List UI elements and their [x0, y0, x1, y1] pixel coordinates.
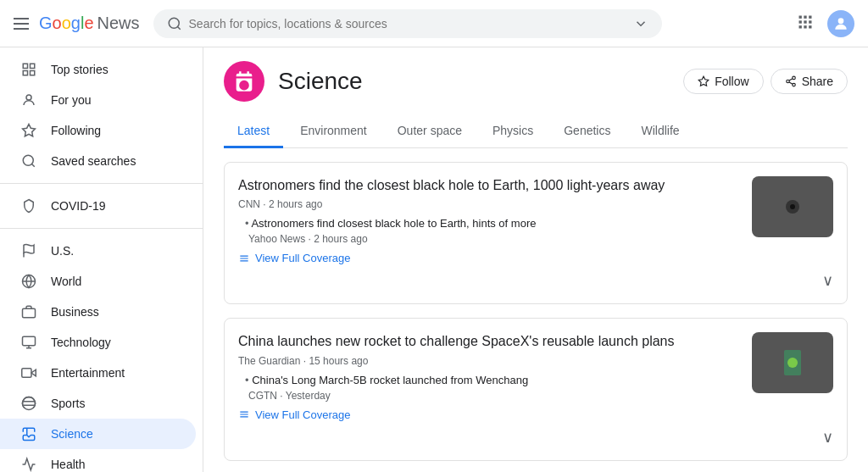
- svg-rect-8: [799, 25, 802, 28]
- sidebar-divider: [0, 183, 203, 184]
- news-source-2: The Guardian · 15 hours ago: [238, 355, 742, 367]
- tab-wildlife[interactable]: Wildlife: [627, 115, 693, 148]
- sidebar-item-label: Health: [51, 458, 85, 471]
- section-actions: Follow Share: [683, 69, 848, 94]
- user-avatar[interactable]: [827, 10, 854, 37]
- news-headline[interactable]: Astronomers find the closest black hole …: [238, 176, 742, 195]
- tab-physics[interactable]: Physics: [479, 115, 547, 148]
- entertainment-icon: [20, 364, 37, 381]
- svg-point-31: [792, 76, 795, 80]
- svg-rect-23: [23, 308, 36, 318]
- sidebar-divider-2: [0, 228, 203, 229]
- sidebar-item-label: For you: [51, 93, 91, 107]
- hamburger-menu-button[interactable]: [14, 18, 29, 30]
- sidebar: Top stories For you Following Saved sear…: [0, 47, 203, 472]
- news-card-2: China launches new rocket to challenge S…: [224, 318, 848, 460]
- search-dropdown-icon[interactable]: [633, 16, 648, 31]
- logo: Google News: [39, 14, 140, 33]
- share-button[interactable]: Share: [771, 69, 848, 94]
- view-coverage-1[interactable]: View Full Coverage: [238, 252, 742, 264]
- person-icon: [20, 92, 37, 108]
- svg-marker-17: [23, 125, 36, 136]
- technology-icon: [20, 334, 37, 351]
- sidebar-item-label: Science: [51, 427, 93, 441]
- svg-rect-2: [799, 16, 802, 19]
- svg-line-1: [177, 26, 180, 29]
- sidebar-item-label: World: [51, 275, 81, 288]
- search-bar[interactable]: [153, 9, 662, 38]
- svg-point-11: [838, 18, 844, 24]
- sidebar-item-label: Sports: [51, 397, 85, 410]
- sidebar-item-covid19[interactable]: COVID-19: [0, 191, 196, 221]
- svg-line-19: [31, 164, 34, 166]
- svg-rect-9: [804, 25, 806, 28]
- content-area: Science Follow Share Latest Environment …: [203, 47, 868, 472]
- topbar: Google News: [0, 0, 868, 47]
- sidebar-item-us[interactable]: U.S.: [0, 236, 196, 266]
- sidebar-item-sports[interactable]: Sports: [0, 388, 196, 419]
- svg-line-34: [789, 82, 793, 84]
- follow-button[interactable]: Follow: [683, 69, 763, 94]
- section-title: Science: [278, 68, 363, 95]
- tab-latest[interactable]: Latest: [224, 115, 283, 148]
- app-name: News: [97, 14, 140, 33]
- expand-icon-1[interactable]: ∨: [822, 271, 833, 290]
- sidebar-item-for-you[interactable]: For you: [0, 85, 196, 115]
- card-footer-1: ∨: [238, 271, 833, 290]
- svg-rect-7: [809, 20, 811, 23]
- svg-rect-6: [804, 20, 806, 23]
- science-icon: [20, 425, 37, 442]
- svg-rect-15: [31, 71, 35, 75]
- news-sub-headline[interactable]: Astronomers find closest black hole to E…: [238, 217, 742, 230]
- home-icon: [20, 61, 37, 78]
- section-header-left: Science: [224, 61, 363, 102]
- sidebar-item-world[interactable]: World: [0, 266, 196, 297]
- sidebar-item-business[interactable]: Business: [0, 297, 196, 327]
- sidebar-item-top-stories[interactable]: Top stories: [0, 54, 196, 85]
- sidebar-item-label: COVID-19: [51, 199, 106, 213]
- svg-rect-10: [809, 25, 811, 28]
- follow-label: Follow: [715, 75, 748, 88]
- sidebar-item-following[interactable]: Following: [0, 115, 196, 146]
- tab-genetics[interactable]: Genetics: [550, 115, 624, 148]
- star-icon: [20, 122, 37, 139]
- sidebar-item-label: Entertainment: [51, 366, 125, 380]
- sidebar-item-science[interactable]: Science: [0, 419, 196, 449]
- expand-icon-2[interactable]: ∨: [822, 428, 833, 447]
- tab-outer-space[interactable]: Outer space: [384, 115, 476, 148]
- sidebar-item-entertainment[interactable]: Entertainment: [0, 358, 196, 388]
- flag-icon: [20, 242, 37, 259]
- svg-rect-14: [23, 71, 27, 75]
- sidebar-item-health[interactable]: Health: [0, 449, 196, 472]
- apps-grid-icon[interactable]: [797, 14, 814, 33]
- news-item-content-2: China launches new rocket to challenge S…: [238, 332, 742, 420]
- svg-marker-27: [31, 369, 36, 376]
- search-input[interactable]: [189, 17, 626, 31]
- tab-environment[interactable]: Environment: [287, 115, 381, 148]
- sidebar-item-label: Business: [51, 305, 99, 319]
- news-sub-source: Yahoo News · 2 hours ago: [248, 233, 742, 245]
- news-item-2: China launches new rocket to challenge S…: [238, 332, 833, 420]
- svg-rect-3: [804, 16, 806, 19]
- sidebar-item-technology[interactable]: Technology: [0, 327, 196, 358]
- svg-point-37: [790, 204, 795, 209]
- news-headline-2[interactable]: China launches new rocket to challenge S…: [238, 332, 742, 351]
- svg-rect-28: [22, 369, 31, 378]
- news-sub-headline-2[interactable]: China's Long March-5B rocket launched fr…: [238, 374, 742, 386]
- news-thumbnail-1: [752, 176, 833, 237]
- view-coverage-2[interactable]: View Full Coverage: [238, 408, 742, 421]
- svg-point-0: [169, 18, 179, 28]
- topbar-left: Google News: [14, 14, 140, 33]
- news-source: CNN · 2 hours ago: [238, 198, 742, 210]
- svg-point-33: [792, 83, 795, 86]
- globe-icon: [20, 273, 37, 290]
- news-item-content: Astronomers find the closest black hole …: [238, 176, 742, 264]
- news-thumbnail-2: [752, 332, 833, 393]
- sidebar-item-saved-searches[interactable]: Saved searches: [0, 146, 196, 176]
- health-icon: [20, 456, 37, 472]
- svg-rect-4: [809, 16, 811, 19]
- tabs: Latest Environment Outer space Physics G…: [224, 115, 848, 148]
- sports-icon: [20, 395, 37, 412]
- sidebar-item-label: Technology: [51, 336, 111, 349]
- sidebar-item-label: Following: [51, 124, 101, 137]
